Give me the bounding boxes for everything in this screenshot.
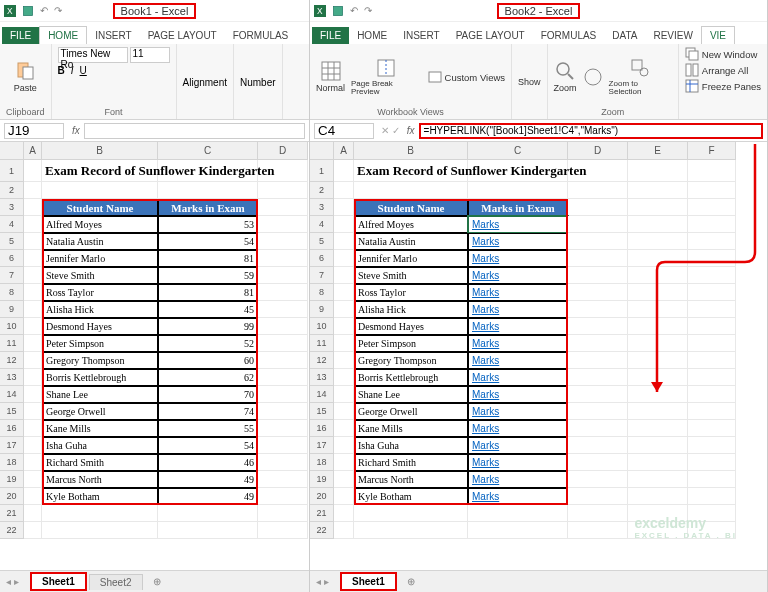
name-box[interactable] (4, 123, 64, 139)
cell-F8[interactable] (688, 284, 736, 301)
cell-B12[interactable]: Gregory Thompson (354, 352, 468, 369)
cell-B17[interactable]: Isha Guha (42, 437, 158, 454)
cell-E1[interactable] (628, 160, 688, 182)
zoom-100-button[interactable] (583, 67, 603, 87)
row-header-19[interactable]: 19 (0, 471, 24, 488)
cell-F14[interactable] (688, 386, 736, 403)
cell-F13[interactable] (688, 369, 736, 386)
cell-F2[interactable] (688, 182, 736, 199)
cell-D2[interactable] (258, 182, 308, 199)
cell-D9[interactable] (258, 301, 308, 318)
col-header-E[interactable]: E (628, 142, 688, 160)
cell-E11[interactable] (628, 335, 688, 352)
cell-A1[interactable] (334, 160, 354, 182)
cell-B1[interactable]: Exam Record of Sunflower Kindergarten (42, 160, 158, 182)
cell-A17[interactable] (24, 437, 42, 454)
row-header-4[interactable]: 4 (0, 216, 24, 233)
row-header-8[interactable]: 8 (310, 284, 334, 301)
cell-D18[interactable] (568, 454, 628, 471)
col-header-F[interactable]: F (688, 142, 736, 160)
sheet-tab-sheet2[interactable]: Sheet2 (89, 574, 143, 590)
cell-E16[interactable] (628, 420, 688, 437)
underline-button[interactable]: U (80, 65, 87, 76)
fx-icon[interactable]: fx (403, 125, 419, 136)
cell-C7[interactable]: 59 (158, 267, 258, 284)
cell-E20[interactable] (628, 488, 688, 505)
cell-C3[interactable]: Marks in Exam (158, 199, 258, 216)
cell-A5[interactable] (24, 233, 42, 250)
cell-C4[interactable]: 53 (158, 216, 258, 233)
cell-C3[interactable]: Marks in Exam (468, 199, 568, 216)
freeze-panes-button[interactable]: Freeze Panes (685, 79, 761, 93)
cell-F21[interactable] (688, 505, 736, 522)
cell-C10[interactable]: 99 (158, 318, 258, 335)
cell-E21[interactable] (628, 505, 688, 522)
cell-C18[interactable]: 46 (158, 454, 258, 471)
row-header-13[interactable]: 13 (310, 369, 334, 386)
cell-F3[interactable] (688, 199, 736, 216)
cell-E8[interactable] (628, 284, 688, 301)
cell-D16[interactable] (568, 420, 628, 437)
tab-home[interactable]: HOME (349, 27, 395, 44)
cell-C14[interactable]: 70 (158, 386, 258, 403)
cell-D19[interactable] (568, 471, 628, 488)
cell-C13[interactable]: 62 (158, 369, 258, 386)
cell-C22[interactable] (158, 522, 258, 539)
cell-C19[interactable]: Marks (468, 471, 568, 488)
row-header-6[interactable]: 6 (0, 250, 24, 267)
cell-E17[interactable] (628, 437, 688, 454)
cell-D3[interactable] (568, 199, 628, 216)
number-button[interactable]: Number (240, 77, 276, 88)
cell-C21[interactable] (158, 505, 258, 522)
cell-D21[interactable] (258, 505, 308, 522)
cell-C19[interactable]: 49 (158, 471, 258, 488)
cell-F15[interactable] (688, 403, 736, 420)
cell-B5[interactable]: Natalia Austin (354, 233, 468, 250)
sheet-tab-sheet1[interactable]: Sheet1 (340, 572, 397, 591)
row-header-11[interactable]: 11 (310, 335, 334, 352)
cell-A10[interactable] (24, 318, 42, 335)
custom-views-button[interactable]: Custom Views (428, 70, 506, 84)
arrange-all-button[interactable]: Arrange All (685, 63, 748, 77)
show-button[interactable]: Show (518, 77, 541, 87)
cell-A6[interactable] (334, 250, 354, 267)
row-header-1[interactable]: 1 (0, 160, 24, 182)
tab-vie[interactable]: VIE (701, 26, 735, 44)
cell-A8[interactable] (334, 284, 354, 301)
cell-C12[interactable]: Marks (468, 352, 568, 369)
cell-D12[interactable] (258, 352, 308, 369)
cell-C15[interactable]: Marks (468, 403, 568, 420)
add-sheet-button[interactable]: ⊕ (399, 576, 423, 587)
cell-B18[interactable]: Richard Smith (354, 454, 468, 471)
cell-A3[interactable] (334, 199, 354, 216)
row-header-3[interactable]: 3 (0, 199, 24, 216)
tab-home[interactable]: HOME (39, 26, 87, 44)
cell-B16[interactable]: Kane Mills (354, 420, 468, 437)
row-header-14[interactable]: 14 (0, 386, 24, 403)
cell-F22[interactable] (688, 522, 736, 539)
cell-E10[interactable] (628, 318, 688, 335)
tab-file[interactable]: FILE (2, 27, 39, 44)
cell-B14[interactable]: Shane Lee (42, 386, 158, 403)
row-header-9[interactable]: 9 (310, 301, 334, 318)
row-header-18[interactable]: 18 (0, 454, 24, 471)
cell-F7[interactable] (688, 267, 736, 284)
cell-B5[interactable]: Natalia Austin (42, 233, 158, 250)
cell-A2[interactable] (334, 182, 354, 199)
cell-B22[interactable] (354, 522, 468, 539)
cell-D3[interactable] (258, 199, 308, 216)
cell-B1[interactable]: Exam Record of Sunflower Kindergarten (354, 160, 468, 182)
cell-B9[interactable]: Alisha Hick (42, 301, 158, 318)
cell-F19[interactable] (688, 471, 736, 488)
redo-icon[interactable]: ↷ (54, 5, 62, 16)
cell-F5[interactable] (688, 233, 736, 250)
formula-bar[interactable]: =HYPERLINK("[Book1]Sheet1!C4","Marks") (419, 123, 763, 139)
row-header-2[interactable]: 2 (0, 182, 24, 199)
alignment-button[interactable]: Alignment (183, 77, 227, 88)
cell-B13[interactable]: Borris Kettlebrough (354, 369, 468, 386)
cell-D6[interactable] (568, 250, 628, 267)
cell-B11[interactable]: Peter Simpson (42, 335, 158, 352)
cell-F18[interactable] (688, 454, 736, 471)
cell-D10[interactable] (568, 318, 628, 335)
page-break-button[interactable]: Page Break Preview (351, 58, 422, 96)
